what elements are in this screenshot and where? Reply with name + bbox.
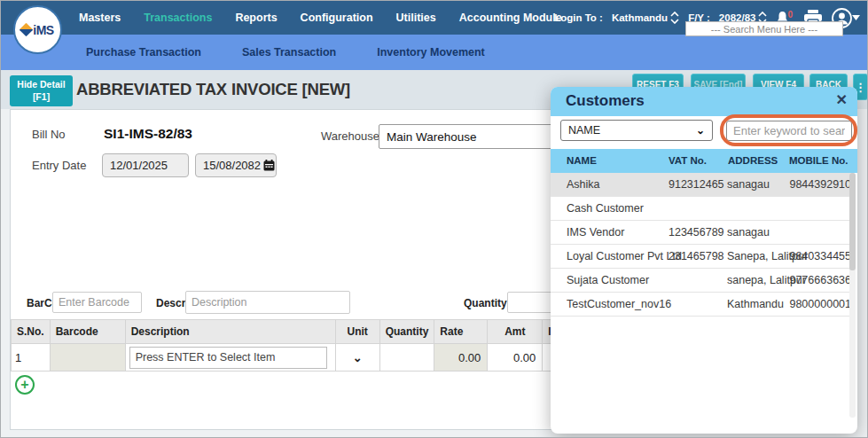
item-amt-cell[interactable]: 0.00 bbox=[488, 344, 543, 372]
col-description: Description bbox=[125, 320, 335, 344]
item-row: 1 ⌄ 0.00 0.00 bbox=[12, 344, 597, 372]
customers-modal-title: Customers bbox=[566, 92, 645, 110]
logo-pinwheel-icon bbox=[20, 23, 34, 37]
bill-no-value: SI1-IMS-82/83 bbox=[104, 126, 192, 142]
customer-row[interactable]: TestCustomer_nov16 Kathmandu 9800000001 bbox=[551, 293, 850, 317]
menu-accounting-module[interactable]: Accounting Module bbox=[459, 12, 562, 24]
sub-navbar: Purchase Transaction Sales Transaction I… bbox=[1, 35, 868, 70]
entry-date-label: Entry Date bbox=[32, 159, 86, 172]
login-branch-value: Kathmandu bbox=[612, 12, 668, 23]
warehouse-label: Warehouse bbox=[321, 129, 379, 143]
customer-address: Kathmandu bbox=[727, 298, 784, 310]
customer-vat: 123456789 bbox=[669, 226, 724, 239]
customer-name: IMS Vendor bbox=[567, 226, 624, 239]
customer-name: Sujata Customer bbox=[567, 274, 649, 286]
updown-chevron-icon bbox=[670, 12, 679, 24]
items-table: S.No. Barcode Description Unit Quantity … bbox=[11, 319, 597, 372]
submenu-purchase-transaction[interactable]: Purchase Transaction bbox=[86, 46, 201, 59]
barcode-input[interactable] bbox=[52, 292, 142, 313]
customers-list: Ashika 912312465 sanagau 9844392910 Cash… bbox=[551, 173, 850, 317]
item-description-cell bbox=[125, 344, 335, 372]
customer-vat: 231465798 bbox=[669, 250, 724, 262]
login-to-label: Login To : bbox=[554, 12, 603, 23]
main-menu: Masters Transactions Reports Configurati… bbox=[79, 1, 562, 35]
customer-mobile: 9776663636 bbox=[788, 274, 851, 286]
menu-masters[interactable]: Masters bbox=[79, 12, 121, 24]
customer-mobile: 9840334455 bbox=[788, 250, 851, 262]
customer-vat: 912312465 bbox=[669, 178, 724, 191]
entry-date-ad-field[interactable]: 12/01/2025 bbox=[102, 153, 189, 177]
customer-mobile: 9844392910 bbox=[788, 178, 851, 191]
menu-transactions[interactable]: Transactions bbox=[144, 12, 212, 24]
notification-badge: 0 bbox=[787, 10, 793, 20]
customer-filter-select[interactable]: NAME ⌄ bbox=[560, 120, 713, 141]
warehouse-select[interactable]: Main Warehouse bbox=[379, 124, 556, 149]
col-rate: Rate bbox=[434, 320, 488, 344]
add-row-button[interactable]: + bbox=[15, 375, 35, 395]
customers-modal: Customers ✕ NAME ⌄ NAME VAT No. ADDRESS … bbox=[551, 87, 857, 434]
close-icon[interactable]: ✕ bbox=[836, 91, 848, 108]
col-sno: S.No. bbox=[12, 320, 51, 344]
logo-text: iMS bbox=[33, 23, 53, 37]
submenu-inventory-movement[interactable]: Inventory Movement bbox=[377, 46, 485, 59]
item-quantity-cell[interactable] bbox=[379, 344, 434, 372]
customer-address: sanagau bbox=[727, 178, 770, 191]
customer-name: TestCustomer_nov16 bbox=[567, 298, 671, 310]
col-barcode: Barcode bbox=[50, 320, 125, 344]
bill-no-label: Bill No bbox=[32, 128, 66, 141]
col-quantity: Quantity bbox=[379, 320, 434, 344]
search-menu-input[interactable] bbox=[685, 21, 843, 36]
customer-row[interactable]: Ashika 912312465 sanagau 9844392910 bbox=[551, 173, 850, 197]
items-table-header: S.No. Barcode Description Unit Quantity … bbox=[12, 320, 597, 344]
page-title: ABBREVIATED TAX INVOICE [NEW] bbox=[76, 70, 350, 109]
customer-filter-value: NAME bbox=[568, 124, 600, 137]
customers-modal-header: Customers ✕ bbox=[551, 87, 857, 116]
customer-name: Ashika bbox=[567, 178, 600, 191]
customer-address: sanagau bbox=[727, 226, 770, 239]
customers-table-header: NAME VAT No. ADDRESS MOBILE No. bbox=[551, 149, 857, 173]
customer-row[interactable]: Sujata Customer sanepa, Lalitpur 9776663… bbox=[551, 269, 850, 293]
hide-detail-key: [F1] bbox=[33, 91, 50, 102]
hide-detail-button[interactable]: Hide Detail [F1] bbox=[10, 75, 73, 106]
menu-utilities[interactable]: Utilities bbox=[396, 12, 436, 24]
customer-mobile: 9800000001 bbox=[788, 298, 851, 310]
cust-col-address: ADDRESS bbox=[728, 155, 778, 166]
customer-search-input[interactable] bbox=[726, 121, 852, 141]
col-unit: Unit bbox=[335, 320, 379, 344]
col-amt: Amt bbox=[488, 320, 543, 344]
submenu-sales-transaction[interactable]: Sales Transaction bbox=[242, 46, 336, 59]
customer-name: Loyal Customer Pvt Ltd bbox=[567, 250, 682, 262]
item-unit-select[interactable]: ⌄ bbox=[335, 344, 379, 372]
description-input[interactable] bbox=[185, 291, 350, 314]
quantity-label: Quantity bbox=[464, 297, 507, 309]
app-logo[interactable]: iMS bbox=[13, 5, 62, 54]
menu-configuration[interactable]: Configuration bbox=[301, 12, 373, 24]
customer-row[interactable]: Cash Customer bbox=[551, 197, 850, 221]
login-branch-select[interactable]: Kathmandu bbox=[612, 12, 679, 24]
entry-date-bs-value: 15/08/2082 bbox=[203, 159, 261, 172]
modal-scrollbar[interactable] bbox=[849, 173, 856, 418]
menu-reports[interactable]: Reports bbox=[235, 12, 277, 24]
item-barcode-cell[interactable] bbox=[50, 344, 125, 372]
app-window: Masters Transactions Reports Configurati… bbox=[0, 0, 868, 438]
cust-col-vat: VAT No. bbox=[669, 155, 707, 166]
entry-date-ad-value: 12/01/2025 bbox=[110, 159, 168, 172]
entry-date-bs-field[interactable]: 15/08/2082 bbox=[195, 153, 277, 177]
item-sno: 1 bbox=[12, 344, 51, 372]
modal-scrollbar-thumb[interactable] bbox=[849, 173, 856, 270]
cust-col-mobile: MOBILE No. bbox=[789, 155, 848, 166]
chevron-down-icon: ⌄ bbox=[696, 124, 705, 137]
cust-col-name: NAME bbox=[567, 155, 597, 166]
calendar-icon[interactable] bbox=[263, 160, 275, 171]
caret-down-icon bbox=[852, 15, 860, 20]
item-description-input[interactable] bbox=[129, 347, 327, 369]
customer-row[interactable]: IMS Vendor 123456789 sanagau bbox=[551, 221, 850, 245]
warehouse-value: Main Warehouse bbox=[387, 130, 477, 144]
hide-detail-label: Hide Detail bbox=[17, 79, 65, 90]
item-rate-cell[interactable]: 0.00 bbox=[434, 344, 488, 372]
customer-name: Cash Customer bbox=[567, 202, 644, 215]
customer-row[interactable]: Loyal Customer Pvt Ltd 231465798 Sanepa,… bbox=[551, 245, 850, 269]
